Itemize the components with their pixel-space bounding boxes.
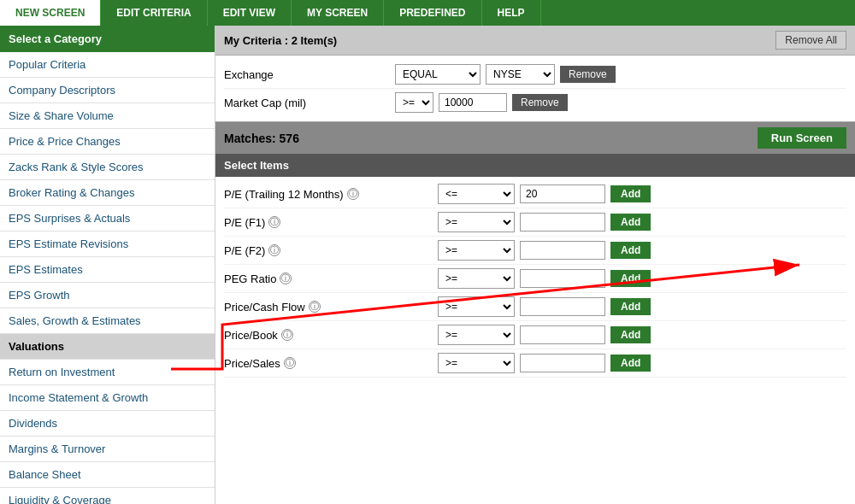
item-row-3: PEG Ratio ⓘ>=<==><Add: [224, 265, 846, 293]
remove-marketcap-button[interactable]: Remove: [512, 94, 568, 111]
item-value-1[interactable]: [520, 213, 605, 231]
criteria-value-exchange[interactable]: NYSE NASDAQ AMEX: [486, 64, 555, 85]
info-icon-0[interactable]: ⓘ: [347, 188, 359, 200]
sidebar-item-0[interactable]: Popular Criteria: [0, 52, 215, 78]
item-controls-5: >=<==><Add: [438, 325, 846, 345]
sidebar-item-5[interactable]: Broker Rating & Changes: [0, 180, 215, 206]
sidebar-item-13[interactable]: Income Statement & Growth: [0, 385, 215, 411]
criteria-controls-exchange: EQUAL NOT EQUAL NYSE NASDAQ AMEX Remove: [395, 64, 846, 85]
add-button-3[interactable]: Add: [610, 270, 651, 287]
criteria-list: Exchange EQUAL NOT EQUAL NYSE NASDAQ AME…: [215, 56, 855, 122]
criteria-controls-marketcap: >= <= = > < Remove: [395, 92, 846, 113]
item-label-6: Price/Sales ⓘ: [224, 357, 438, 370]
nav-edit-view[interactable]: EDIT VIEW: [208, 0, 292, 26]
item-value-2[interactable]: [520, 241, 605, 260]
sidebar-header: Select a Category: [0, 26, 215, 52]
criteria-row-exchange: Exchange EQUAL NOT EQUAL NYSE NASDAQ AME…: [224, 61, 846, 89]
item-row-5: Price/Book ⓘ>=<==><Add: [224, 321, 846, 349]
top-nav: NEW SCREEN EDIT CRITERIA EDIT VIEW MY SC…: [0, 0, 855, 26]
add-button-5[interactable]: Add: [610, 326, 651, 343]
add-button-4[interactable]: Add: [610, 298, 651, 315]
add-button-2[interactable]: Add: [610, 242, 651, 259]
item-row-0: P/E (Trailing 12 Months) ⓘ>=<==><Add: [224, 180, 846, 208]
criteria-operator-marketcap[interactable]: >= <= = > <: [395, 92, 433, 113]
matches-text: Matches: 576: [224, 132, 299, 145]
sidebar-item-8[interactable]: EPS Estimates: [0, 257, 215, 283]
nav-predefined[interactable]: PREDEFINED: [384, 0, 481, 26]
nav-new-screen[interactable]: NEW SCREEN: [0, 0, 101, 26]
sidebar-item-6[interactable]: EPS Surprises & Actuals: [0, 206, 215, 231]
sidebar: Select a Category Popular CriteriaCompan…: [0, 26, 215, 504]
sidebar-item-12[interactable]: Return on Investment: [0, 360, 215, 385]
item-row-4: Price/Cash Flow ⓘ>=<==><Add: [224, 293, 846, 321]
criteria-header: My Criteria : 2 Item(s) Remove All: [215, 26, 855, 56]
item-controls-6: >=<==><Add: [438, 353, 846, 373]
add-button-6[interactable]: Add: [610, 355, 651, 372]
item-operator-1[interactable]: >=<==><: [438, 212, 515, 232]
item-operator-5[interactable]: >=<==><: [438, 325, 515, 345]
item-operator-0[interactable]: >=<==><: [438, 184, 515, 204]
nav-edit-criteria[interactable]: EDIT CRITERIA: [101, 0, 207, 26]
sidebar-item-16[interactable]: Balance Sheet: [0, 462, 215, 488]
item-label-5: Price/Book ⓘ: [224, 329, 438, 342]
criteria-value-marketcap[interactable]: [439, 93, 507, 112]
item-controls-1: >=<==><Add: [438, 212, 846, 232]
item-controls-4: >=<==><Add: [438, 296, 846, 317]
item-value-6[interactable]: [520, 354, 605, 372]
item-operator-2[interactable]: >=<==><: [438, 240, 515, 261]
item-value-0[interactable]: [520, 185, 605, 203]
item-row-2: P/E (F2) ⓘ>=<==><Add: [224, 237, 846, 265]
criteria-title: My Criteria : 2 Item(s): [224, 34, 337, 47]
item-value-5[interactable]: [520, 325, 605, 344]
info-icon-5[interactable]: ⓘ: [281, 329, 293, 341]
run-screen-button[interactable]: Run Screen: [758, 127, 846, 149]
matches-bar: Matches: 576 Run Screen: [215, 122, 855, 154]
item-controls-0: >=<==><Add: [438, 184, 846, 204]
sidebar-item-11[interactable]: Valuations: [0, 334, 215, 360]
info-icon-4[interactable]: ⓘ: [309, 301, 321, 313]
sidebar-items: Popular CriteriaCompany DescriptorsSize …: [0, 52, 215, 504]
sidebar-item-2[interactable]: Size & Share Volume: [0, 103, 215, 129]
main-container: Select a Category Popular CriteriaCompan…: [0, 26, 855, 504]
sidebar-item-4[interactable]: Zacks Rank & Style Scores: [0, 155, 215, 180]
sidebar-item-7[interactable]: EPS Estimate Revisions: [0, 231, 215, 257]
items-list: P/E (Trailing 12 Months) ⓘ>=<==><AddP/E …: [215, 177, 855, 504]
criteria-label-marketcap: Market Cap (mil): [224, 97, 395, 109]
sidebar-item-9[interactable]: EPS Growth: [0, 283, 215, 308]
info-icon-1[interactable]: ⓘ: [268, 216, 280, 228]
sidebar-item-10[interactable]: Sales, Growth & Estimates: [0, 308, 215, 334]
item-operator-3[interactable]: >=<==><: [438, 268, 515, 289]
item-label-0: P/E (Trailing 12 Months) ⓘ: [224, 188, 438, 201]
item-row-6: Price/Sales ⓘ>=<==><Add: [224, 349, 846, 378]
info-icon-6[interactable]: ⓘ: [284, 357, 296, 369]
item-operator-6[interactable]: >=<==><: [438, 353, 515, 373]
select-items-header: Select Items: [215, 154, 855, 177]
item-controls-2: >=<==><Add: [438, 240, 846, 261]
add-button-0[interactable]: Add: [610, 185, 651, 202]
criteria-label-exchange: Exchange: [224, 68, 395, 81]
item-operator-4[interactable]: >=<==><: [438, 296, 515, 317]
item-label-3: PEG Ratio ⓘ: [224, 273, 438, 285]
item-controls-3: >=<==><Add: [438, 268, 846, 289]
content-area: My Criteria : 2 Item(s) Remove All Excha…: [215, 26, 855, 504]
remove-exchange-button[interactable]: Remove: [560, 66, 616, 83]
sidebar-item-1[interactable]: Company Descriptors: [0, 78, 215, 103]
info-icon-3[interactable]: ⓘ: [280, 273, 292, 284]
sidebar-item-14[interactable]: Dividends: [0, 411, 215, 437]
info-icon-2[interactable]: ⓘ: [268, 244, 280, 256]
item-value-3[interactable]: [520, 269, 605, 288]
criteria-operator-exchange[interactable]: EQUAL NOT EQUAL: [395, 64, 481, 85]
item-label-4: Price/Cash Flow ⓘ: [224, 301, 438, 314]
remove-all-button[interactable]: Remove All: [775, 31, 846, 50]
nav-my-screen[interactable]: MY SCREEN: [292, 0, 384, 26]
add-button-1[interactable]: Add: [610, 214, 651, 231]
item-label-1: P/E (F1) ⓘ: [224, 216, 438, 229]
criteria-row-marketcap: Market Cap (mil) >= <= = > < Remove: [224, 89, 846, 116]
sidebar-item-15[interactable]: Margins & Turnover: [0, 437, 215, 462]
sidebar-item-17[interactable]: Liquidity & Coverage: [0, 488, 215, 504]
item-label-2: P/E (F2) ⓘ: [224, 244, 438, 257]
item-value-4[interactable]: [520, 297, 605, 316]
nav-help[interactable]: HELP: [482, 0, 541, 26]
sidebar-item-3[interactable]: Price & Price Changes: [0, 129, 215, 155]
item-row-1: P/E (F1) ⓘ>=<==><Add: [224, 208, 846, 237]
